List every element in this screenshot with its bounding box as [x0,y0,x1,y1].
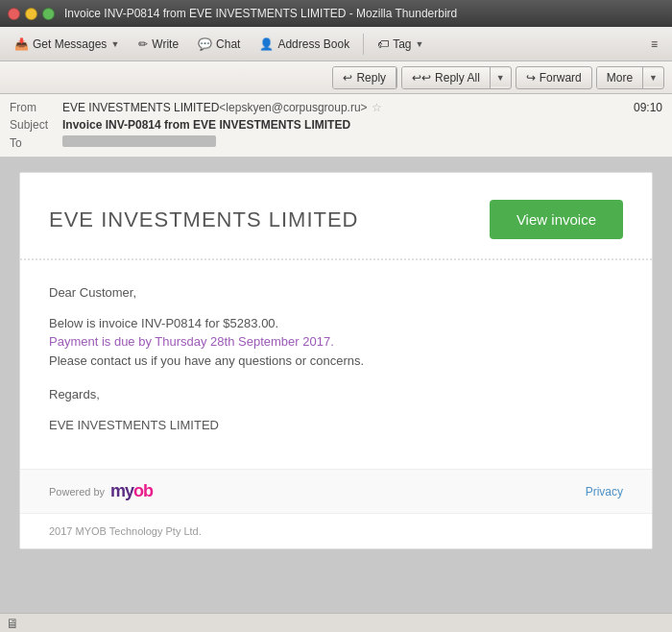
regards-text: Regards, [49,385,623,404]
invoice-line1-text: Below is invoice INV-P0814 for $5283.00. [49,316,278,330]
address-book-icon: 👤 [259,37,274,51]
email-subject: Invoice INV-P0814 from EVE INVESTMENTS L… [62,118,350,132]
recipient-blurred [62,135,216,147]
maximize-button[interactable] [42,8,55,20]
menu-button[interactable]: ≡ [642,34,666,55]
toolbar-separator [363,34,364,55]
powered-by-text: Powered by [49,486,105,498]
reply-all-icon: ↩↩ [412,71,431,85]
tag-button[interactable]: 🏷 Tag ▼ [369,34,432,55]
tag-icon: 🏷 [377,37,389,51]
card-footer: Powered by myob Privacy [20,469,652,513]
view-invoice-button[interactable]: View invoice [490,200,623,239]
email-copyright: 2017 MYOB Technology Pty Ltd. [20,513,652,548]
titlebar: Invoice INV-P0814 from EVE INVESTMENTS L… [0,0,672,27]
email-timestamp: 09:10 [634,101,662,114]
tag-label: Tag [393,37,411,51]
hamburger-icon: ≡ [651,37,658,51]
from-label: From [10,101,62,114]
tag-arrow: ▼ [416,39,424,49]
reply-toolbar: ↩ Reply ↩↩ Reply All ▼ ↪ Forward More ▼ [0,61,672,94]
chat-icon: 💬 [198,37,212,51]
email-body-outer: EVE INVESTMENTS LIMITED View invoice Dea… [0,158,672,626]
statusbar: 🖥 [0,613,672,632]
email-card: EVE INVESTMENTS LIMITED View invoice Dea… [19,172,653,549]
reply-button[interactable]: ↩ Reply [333,67,396,88]
minimize-button[interactable] [25,8,37,20]
reply-all-split-button: ↩↩ Reply All ▼ [401,66,512,89]
card-body: Dear Customer, Below is invoice INV-P081… [20,260,652,469]
window-title: Invoice INV-P0814 from EVE INVESTMENTS L… [64,7,457,20]
reply-all-label: Reply All [435,71,480,85]
powered-by: Powered by myob [49,481,153,501]
forward-icon: ↪ [526,71,536,85]
write-button[interactable]: ✏ Write [130,34,187,55]
address-book-button[interactable]: 👤 Address Book [251,34,358,55]
forward-label: Forward [540,71,582,85]
company-name: EVE INVESTMENTS LIMITED [49,207,359,232]
myob-logo: myob [110,481,153,501]
email-headers: From EVE INVESTMENTS LIMITED <lepskyen@c… [0,94,672,158]
reply-label: Reply [356,71,386,85]
chat-button[interactable]: 💬 Chat [189,34,249,55]
card-header: EVE INVESTMENTS LIMITED View invoice [20,173,652,260]
payment-due-text: Payment is due by Thursday 28th Septembe… [49,334,334,349]
forward-button[interactable]: ↪ Forward [516,66,592,89]
get-messages-icon: 📥 [14,37,29,51]
sender-name: EVE INVESTMENTS LIMITED [62,101,219,114]
more-label: More [607,71,633,85]
to-label: To [10,136,62,150]
subject-label: Subject [10,118,62,132]
regards-section: Regards, EVE INVESTMENTS LIMITED [49,385,623,434]
sender-email: <lepskyen@corpusgroup.ru> [219,101,367,114]
main-toolbar: 📥 Get Messages ▼ ✏ Write 💬 Chat 👤 Addres… [0,27,672,61]
address-book-label: Address Book [277,37,349,51]
reply-all-dropdown[interactable]: ▼ [491,69,511,86]
chat-label: Chat [216,37,240,51]
window-controls[interactable] [8,8,55,20]
get-messages-label: Get Messages [33,37,107,51]
write-label: Write [152,37,179,51]
reply-all-button[interactable]: ↩↩ Reply All [402,67,491,88]
reply-icon: ↩ [343,71,352,85]
greeting-text: Dear Customer, [49,283,623,303]
more-button[interactable]: More [597,67,643,88]
close-button[interactable] [8,8,20,20]
more-split-button: More ▼ [596,66,664,89]
to-row: To [10,134,662,152]
subject-row: Subject Invoice INV-P0814 from EVE INVES… [10,116,662,134]
contact-text: Please contact us if you have any questi… [49,353,364,368]
regards-company: EVE INVESTMENTS LIMITED [49,416,623,435]
star-icon[interactable]: ☆ [372,101,382,114]
statusbar-icon: 🖥 [6,616,19,631]
from-row: From EVE INVESTMENTS LIMITED <lepskyen@c… [10,99,662,116]
get-messages-button[interactable]: 📥 Get Messages ▼ [6,34,128,55]
write-icon: ✏ [138,37,148,51]
reply-split-button: ↩ Reply [332,66,397,89]
more-dropdown[interactable]: ▼ [643,69,663,86]
get-messages-arrow: ▼ [110,39,119,49]
invoice-line1: Below is invoice INV-P0814 for $5283.00.… [49,314,623,371]
privacy-link[interactable]: Privacy [586,485,623,498]
